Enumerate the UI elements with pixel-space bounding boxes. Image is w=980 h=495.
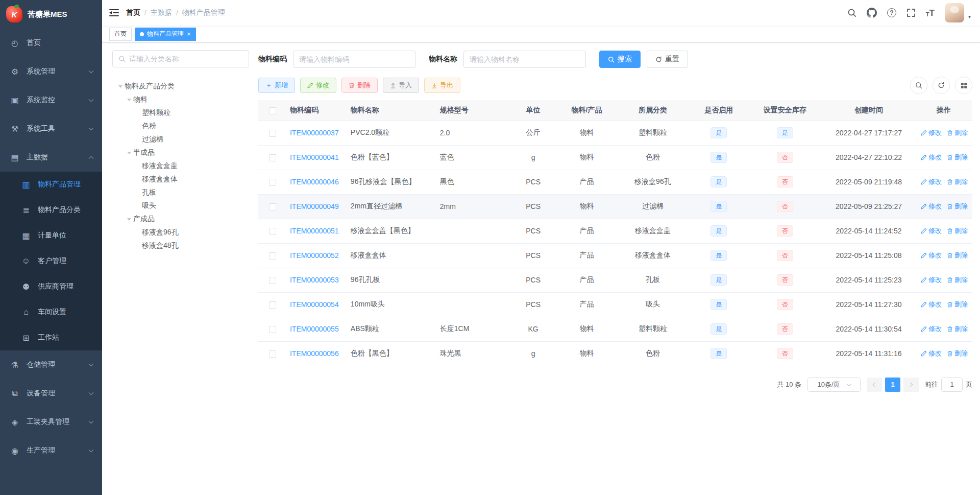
row-delete-link[interactable]: 删除: [947, 202, 968, 211]
row-delete-link[interactable]: 删除: [947, 324, 968, 334]
sidebar-item-workshop[interactable]: ⌂车间设置: [0, 299, 102, 325]
avatar[interactable]: [945, 3, 964, 22]
sidebar-item-supplier[interactable]: ⚉供应商管理: [0, 274, 102, 299]
search-button[interactable]: 搜索: [599, 51, 641, 68]
close-icon[interactable]: ×: [187, 31, 191, 37]
row-edit-link[interactable]: 修改: [921, 202, 942, 211]
item-code-link[interactable]: ITEM00000053: [290, 276, 339, 284]
row-checkbox[interactable]: [269, 154, 276, 161]
sidebar-item-product[interactable]: ▥物料产品管理: [0, 172, 102, 197]
sidebar-item-fixture[interactable]: ◈工装夹具管理: [0, 408, 102, 436]
reset-button[interactable]: 重置: [647, 51, 688, 68]
name-filter-input[interactable]: [470, 55, 580, 63]
edit-button[interactable]: 修改: [300, 78, 336, 93]
sidebar-toggle-icon[interactable]: [109, 9, 119, 17]
sidebar-item-production[interactable]: ◉生产管理: [0, 436, 102, 465]
row-edit-link[interactable]: 修改: [921, 153, 942, 162]
show-search-toggle-button[interactable]: [910, 77, 927, 94]
tree-node[interactable]: 移液盒盒体: [112, 173, 249, 186]
font-size-icon[interactable]: TT: [926, 9, 935, 17]
item-code-link[interactable]: ITEM00000041: [290, 153, 339, 161]
tree-expand-caret-icon[interactable]: [125, 152, 133, 154]
delete-button[interactable]: 删除: [341, 78, 378, 93]
row-edit-link[interactable]: 修改: [921, 275, 942, 285]
tree-node[interactable]: 物料及产品分类: [112, 80, 249, 93]
tree-node[interactable]: 孔板: [112, 186, 249, 199]
prev-page-button[interactable]: [867, 378, 882, 392]
add-button[interactable]: ＋ 新增: [258, 78, 295, 93]
item-code-link[interactable]: ITEM00000054: [290, 300, 339, 309]
row-delete-link[interactable]: 删除: [947, 153, 968, 162]
goto-page-input[interactable]: [941, 378, 963, 392]
row-checkbox[interactable]: [269, 350, 276, 358]
breadcrumb-item[interactable]: 主数据: [151, 8, 172, 17]
sidebar-item-document[interactable]: ▤主数据: [0, 143, 102, 172]
item-code-link[interactable]: ITEM00000049: [290, 202, 339, 210]
tree-expand-caret-icon[interactable]: [125, 218, 133, 221]
row-checkbox[interactable]: [269, 228, 276, 235]
sidebar-item-unit[interactable]: ▦计量单位: [0, 223, 102, 248]
sidebar-item-gear[interactable]: ⚙系统管理: [0, 57, 102, 86]
item-code-link[interactable]: ITEM00000037: [290, 129, 339, 137]
item-code-link[interactable]: ITEM00000056: [290, 349, 339, 358]
row-delete-link[interactable]: 删除: [947, 226, 968, 235]
row-edit-link[interactable]: 修改: [921, 300, 942, 309]
fullscreen-icon[interactable]: [906, 8, 916, 17]
row-delete-link[interactable]: 删除: [947, 177, 968, 186]
search-icon[interactable]: [847, 8, 856, 17]
row-checkbox[interactable]: [269, 277, 276, 284]
breadcrumb-item[interactable]: 首页: [126, 8, 140, 17]
row-edit-link[interactable]: 修改: [921, 128, 942, 137]
tab-0[interactable]: 首页: [109, 28, 132, 41]
sidebar-item-warehouse[interactable]: ⚗仓储管理: [0, 350, 102, 379]
github-icon[interactable]: [867, 8, 877, 18]
row-edit-link[interactable]: 修改: [921, 251, 942, 260]
row-checkbox[interactable]: [269, 326, 276, 333]
tree-expand-caret-icon[interactable]: [116, 85, 125, 88]
tree-node[interactable]: 塑料颗粒: [112, 106, 249, 120]
sidebar-item-monitor[interactable]: ▣系统监控: [0, 86, 102, 114]
row-checkbox[interactable]: [269, 203, 276, 210]
tree-node[interactable]: 吸头: [112, 199, 249, 213]
export-button[interactable]: 导出: [424, 78, 460, 93]
page-size-select[interactable]: 10条/页: [807, 378, 861, 392]
column-settings-button[interactable]: [955, 77, 972, 94]
tree-node[interactable]: 半成品: [112, 146, 249, 159]
item-code-link[interactable]: ITEM00000052: [290, 251, 339, 260]
refresh-button[interactable]: [933, 77, 950, 94]
sidebar-item-customer[interactable]: ☺客户管理: [0, 248, 102, 274]
user-dropdown-caret-icon[interactable]: ▾: [968, 14, 971, 19]
row-checkbox[interactable]: [269, 301, 276, 309]
tree-node[interactable]: 移液盒盒盖: [112, 159, 249, 173]
row-delete-link[interactable]: 删除: [947, 349, 968, 358]
tab-active[interactable]: 物料产品管理×: [135, 28, 196, 41]
tree-expand-caret-icon[interactable]: [125, 99, 133, 101]
tree-node[interactable]: 过滤棉: [112, 133, 249, 146]
item-code-link[interactable]: ITEM00000051: [290, 227, 339, 235]
tree-node[interactable]: 移液盒96孔: [112, 226, 249, 239]
sidebar-item-category-list[interactable]: ≣物料产品分类: [0, 197, 102, 223]
row-edit-link[interactable]: 修改: [921, 349, 942, 358]
import-button[interactable]: 导入: [383, 78, 419, 93]
row-checkbox[interactable]: [269, 179, 276, 186]
row-edit-link[interactable]: 修改: [921, 324, 942, 334]
tree-node[interactable]: 物料: [112, 93, 249, 106]
next-page-button[interactable]: [903, 378, 919, 392]
code-filter-input[interactable]: [299, 55, 409, 63]
sidebar-item-dashboard[interactable]: ◴首页: [0, 29, 102, 57]
sidebar-item-workstation[interactable]: ⊞工作站: [0, 325, 102, 350]
sidebar-item-device[interactable]: ⧉设备管理: [0, 379, 102, 408]
select-all-checkbox[interactable]: [269, 107, 276, 114]
row-edit-link[interactable]: 修改: [921, 226, 942, 235]
row-delete-link[interactable]: 删除: [947, 251, 968, 260]
page-number-button[interactable]: 1: [885, 378, 900, 392]
item-code-link[interactable]: ITEM00000046: [290, 178, 339, 186]
row-checkbox[interactable]: [269, 130, 276, 137]
row-delete-link[interactable]: 删除: [947, 300, 968, 309]
row-delete-link[interactable]: 删除: [947, 128, 968, 137]
tree-node[interactable]: 移液盒48孔: [112, 239, 249, 252]
row-delete-link[interactable]: 删除: [947, 275, 968, 285]
tree-search-input[interactable]: [129, 55, 243, 63]
row-edit-link[interactable]: 修改: [921, 177, 942, 186]
tree-node[interactable]: 色粉: [112, 120, 249, 133]
